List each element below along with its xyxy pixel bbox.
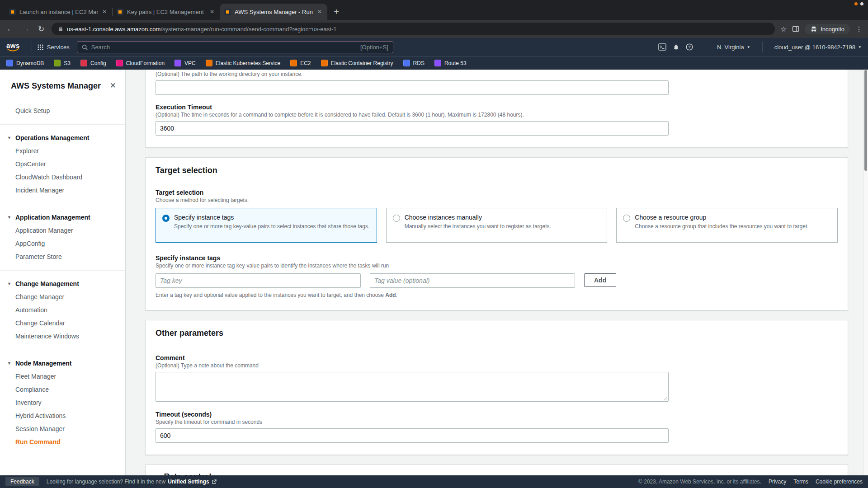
reload-button[interactable]: ↻ xyxy=(36,24,46,34)
comment-hint: (Optional) Type a note about the command xyxy=(156,362,838,369)
feedback-button[interactable]: Feedback xyxy=(5,477,39,486)
tag-value-input[interactable] xyxy=(370,273,575,288)
sidebar-item-change-calendar[interactable]: Change Calendar xyxy=(0,317,125,330)
sidebar-item-hybrid-activations[interactable]: Hybrid Activations xyxy=(0,409,125,422)
favorite-route53[interactable]: Route 53 xyxy=(434,60,467,66)
sidebar-item-appconfig[interactable]: AppConfig xyxy=(0,237,125,250)
sidebar-item-application-manager[interactable]: Application Manager xyxy=(0,224,125,237)
favorite-vpc[interactable]: VPC xyxy=(175,60,196,66)
sidebar-item-automation[interactable]: Automation xyxy=(0,304,125,317)
sidebar-item-maintenance-windows[interactable]: Maintenance Windows xyxy=(0,330,125,343)
side-panel-icon[interactable] xyxy=(792,25,799,33)
cookie-preferences-link[interactable]: Cookie preferences xyxy=(816,479,863,485)
target-option-choose-instances-manually[interactable]: Choose instances manually Manually selec… xyxy=(386,208,608,243)
target-option-choose-resource-group[interactable]: Choose a resource group Choose a resourc… xyxy=(616,208,838,243)
new-tab-button[interactable]: + xyxy=(330,5,343,18)
aws-favorites-bar: DynamoDB S3 Config CloudFormation VPC El… xyxy=(0,56,868,70)
radio-selected-icon[interactable] xyxy=(162,215,170,222)
aws-logo[interactable]: aws xyxy=(6,42,20,52)
favorite-eks[interactable]: Elastic Kubernetes Service xyxy=(206,60,280,66)
specify-instance-tags-label: Specify instance tags xyxy=(156,254,838,262)
tab-launch-instance[interactable]: Launch an instance | EC2 Man ✕ xyxy=(5,4,112,20)
url-bar[interactable]: us-east-1.console.aws.amazon.com/systems… xyxy=(52,23,775,35)
option-title: Choose instances manually xyxy=(405,214,551,221)
favorite-dynamodb[interactable]: DynamoDB xyxy=(6,60,44,66)
cloudshell-button[interactable] xyxy=(658,43,666,51)
sidebar-item-inventory[interactable]: Inventory xyxy=(0,396,125,409)
ec2-icon xyxy=(290,60,297,66)
sidebar-item-explorer[interactable]: Explorer xyxy=(0,145,125,158)
tab-title: Key pairs | EC2 Management C xyxy=(127,9,205,15)
sidebar-section-change-management[interactable]: ▼Change Management xyxy=(0,277,125,291)
sidebar-item-run-command[interactable]: Run Command xyxy=(0,436,125,449)
rate-control-card[interactable]: ▶ Rate control xyxy=(145,465,848,475)
working-directory-input[interactable] xyxy=(156,80,669,95)
sidebar-item-incident-manager[interactable]: Incident Manager xyxy=(0,184,125,197)
radio-unselected-icon[interactable] xyxy=(393,215,400,222)
cloudshell-icon xyxy=(658,43,666,51)
terms-link[interactable]: Terms xyxy=(793,479,808,485)
page-scrollbar[interactable] xyxy=(863,70,868,475)
option-title: Choose a resource group xyxy=(635,214,808,221)
sidebar-item-session-manager[interactable]: Session Manager xyxy=(0,422,125,436)
scrollbar-thumb[interactable] xyxy=(864,70,867,171)
comment-textarea[interactable] xyxy=(156,372,669,402)
divider xyxy=(0,124,125,125)
chevron-right-icon[interactable]: ▶ xyxy=(156,474,159,475)
privacy-link[interactable]: Privacy xyxy=(769,479,786,485)
favorite-cloudformation[interactable]: CloudFormation xyxy=(116,60,165,66)
target-selection-card: Target selection Target selection Choose… xyxy=(145,157,848,310)
divider xyxy=(705,42,705,52)
sidebar-item-fleet-manager[interactable]: Fleet Manager xyxy=(0,370,125,383)
help-icon: ? xyxy=(686,43,693,51)
divider xyxy=(32,42,32,52)
s3-icon xyxy=(54,60,61,66)
resize-grip-icon[interactable] xyxy=(663,396,668,401)
sidebar-section-application-management[interactable]: ▼Application Management xyxy=(0,211,125,224)
forward-button[interactable]: → xyxy=(21,24,31,33)
tag-key-input[interactable] xyxy=(156,273,361,288)
vpc-icon xyxy=(175,60,181,66)
sidebar-item-change-manager[interactable]: Change Manager xyxy=(0,291,125,304)
sidebar-item-opscenter[interactable]: OpsCenter xyxy=(0,158,125,171)
account-menu[interactable]: cloud_user @ 1610-9842-7198▼ xyxy=(774,44,862,51)
chevron-down-icon: ▼ xyxy=(7,361,11,366)
sidebar-item-compliance[interactable]: Compliance xyxy=(0,383,125,396)
tab-close-icon[interactable]: ✕ xyxy=(316,9,323,15)
close-icon[interactable]: ✕ xyxy=(110,81,116,90)
tab-key-pairs[interactable]: Key pairs | EC2 Management C ✕ xyxy=(112,4,220,20)
execution-timeout-input[interactable] xyxy=(156,121,669,136)
execution-timeout-hint: (Optional) The time in seconds for a com… xyxy=(156,112,838,118)
help-button[interactable]: ? xyxy=(686,43,693,51)
services-menu-button[interactable]: Services xyxy=(38,44,70,51)
favorite-ec2[interactable]: EC2 xyxy=(290,60,311,66)
search-icon xyxy=(82,44,88,50)
eks-icon xyxy=(206,60,212,66)
favorite-s3[interactable]: S3 xyxy=(54,60,71,66)
timeout-seconds-input[interactable] xyxy=(156,428,669,443)
add-tag-button[interactable]: Add xyxy=(584,273,616,287)
browser-menu-icon[interactable]: ⋮ xyxy=(855,25,863,33)
favorite-config[interactable]: Config xyxy=(80,60,106,66)
radio-unselected-icon[interactable] xyxy=(623,215,630,222)
bookmark-star-icon[interactable]: ☆ xyxy=(780,25,787,33)
favorite-rds[interactable]: RDS xyxy=(403,60,425,66)
target-selection-label: Target selection xyxy=(156,189,838,196)
sidebar-item-cloudwatch-dashboard[interactable]: CloudWatch Dashboard xyxy=(0,171,125,184)
rds-icon xyxy=(403,60,410,66)
chevron-down-icon: ▼ xyxy=(858,45,862,49)
tab-systems-manager[interactable]: AWS Systems Manager - Run C ✕ xyxy=(220,4,327,20)
tab-close-icon[interactable]: ✕ xyxy=(209,9,215,15)
unified-settings-link[interactable]: Unified Settings xyxy=(168,479,209,485)
console-search-input[interactable]: Search [Option+S] xyxy=(77,41,393,53)
tab-close-icon[interactable]: ✕ xyxy=(101,9,108,15)
sidebar-item-parameter-store[interactable]: Parameter Store xyxy=(0,250,125,263)
sidebar-item-quick-setup[interactable]: Quick Setup xyxy=(0,104,125,117)
sidebar-section-operations-management[interactable]: ▼Operations Management xyxy=(0,131,125,145)
favorite-ecr[interactable]: Elastic Container Registry xyxy=(321,60,393,66)
sidebar-section-node-management[interactable]: ▼Node Management xyxy=(0,357,125,370)
region-selector[interactable]: N. Virginia▼ xyxy=(717,44,750,51)
back-button[interactable]: ← xyxy=(5,24,15,33)
target-option-specify-instance-tags[interactable]: Specify instance tags Specify one or mor… xyxy=(156,208,377,243)
notifications-button[interactable] xyxy=(673,44,679,51)
